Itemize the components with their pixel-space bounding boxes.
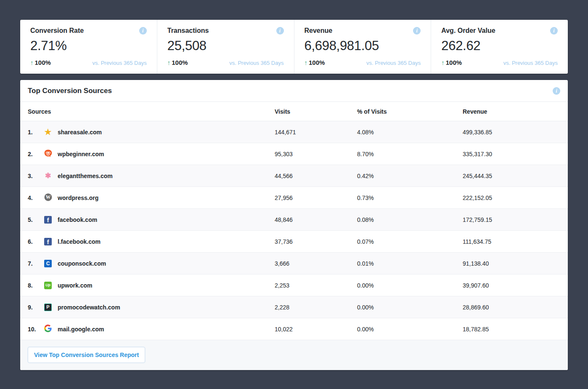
table-row: 8. Up upwork.com 2,253 0.00% 39,907.60 [20,274,568,296]
metric-card-conversion-rate: Conversion Rate i 2.71% ↑ 100% vs. Previ… [20,20,157,74]
pct-of-visits-value: 0.08% [357,216,463,223]
row-rank: 8. [28,282,44,289]
revenue-value: 28,869.60 [463,304,560,311]
visits-value: 37,736 [275,238,357,245]
table-footer: View Top Conversion Sources Report [20,340,568,370]
metric-label: Conversion Rate [30,27,84,35]
table-row: 10. mail.google.com 10,022 0.00% 18,782.… [20,318,568,340]
pct-of-visits-value: 0.73% [357,194,463,201]
table-row: 2. wpbeginner.com 95,303 8.70% 335,317.3… [20,143,568,165]
metric-value: 262.62 [441,38,558,53]
metric-change: 100% [446,59,462,66]
visits-value: 2,253 [275,282,357,289]
visits-value: 95,303 [275,151,357,157]
metric-label: Avg. Order Value [441,27,495,35]
table-header-row: Sources Visits % of Visits Revenue [20,102,568,121]
source-name: upwork.com [58,282,92,289]
table-row: 1. ★ shareasale.com 144,671 4.08% 499,33… [20,121,568,143]
visits-value: 144,671 [275,129,357,136]
info-icon[interactable]: i [139,27,147,35]
revenue-value: 39,907.60 [463,282,560,289]
source-name: mail.google.com [58,326,104,333]
asterisk-icon: ✱ [45,172,51,179]
column-header-pct-of-visits: % of Visits [357,108,463,115]
info-icon[interactable]: i [553,87,560,95]
row-rank: 6. [28,238,44,245]
wpbeginner-icon [44,149,52,158]
metric-card-transactions: Transactions i 25,508 ↑ 100% vs. Previou… [157,20,294,74]
view-report-button[interactable]: View Top Conversion Sources Report [28,347,145,363]
google-icon [44,325,52,333]
compare-label: vs. Previous 365 Days [229,60,283,66]
upwork-icon: Up [44,282,52,289]
pct-of-visits-value: 4.08% [357,129,463,136]
visits-value: 44,566 [275,173,357,179]
table-row: 6. f l.facebook.com 37,736 0.07% 111,634… [20,231,568,253]
metric-change: 100% [309,59,325,66]
facebook-icon: f [44,238,52,245]
column-header-revenue: Revenue [463,108,560,115]
pct-of-visits-value: 0.01% [357,260,463,267]
row-rank: 7. [28,260,44,267]
row-rank: 2. [28,151,44,157]
revenue-value: 18,782.85 [463,326,560,333]
promocodewatch-icon: P [44,304,52,311]
table-row: 7. C couponsock.com 3,666 0.01% 91,138.4… [20,253,568,274]
row-rank: 3. [28,173,44,179]
info-icon[interactable]: i [413,27,421,35]
source-name: facebook.com [58,216,97,223]
couponsock-icon: C [44,260,52,267]
compare-label: vs. Previous 365 Days [366,60,421,66]
up-arrow-icon: ↑ [30,59,34,66]
source-name: l.facebook.com [58,238,101,245]
metric-value: 6,698,981.05 [305,38,421,53]
row-rank: 10. [28,326,44,333]
source-name: couponsock.com [58,260,106,267]
metric-card-avg-order-value: Avg. Order Value i 262.62 ↑ 100% vs. Pre… [431,20,568,74]
revenue-value: 222,152.05 [463,194,560,201]
top-conversion-sources-panel: Top Conversion Sources i Sources Visits … [20,80,568,370]
panel-title: Top Conversion Sources [28,87,112,95]
metric-card-revenue: Revenue i 6,698,981.05 ↑ 100% vs. Previo… [294,20,432,74]
visits-value: 48,846 [275,216,357,223]
table-row: 5. f facebook.com 48,846 0.08% 172,759.1… [20,209,568,231]
metric-change: 100% [35,59,51,66]
row-rank: 4. [28,194,44,201]
table-row: 3. ✱ elegantthemes.com 44,566 0.42% 245,… [20,165,568,187]
table-row: 9. P promocodewatch.com 2,228 0.00% 28,8… [20,296,568,318]
source-name: shareasale.com [58,129,102,136]
metric-change: 100% [172,59,188,66]
dashboard: Conversion Rate i 2.71% ↑ 100% vs. Previ… [0,0,588,370]
pct-of-visits-value: 0.00% [357,282,463,289]
info-icon[interactable]: i [550,27,558,35]
table-rows: 1. ★ shareasale.com 144,671 4.08% 499,33… [20,121,568,340]
metric-value: 25,508 [167,38,284,53]
source-name: promocodewatch.com [58,304,120,311]
row-rank: 1. [28,129,44,136]
visits-value: 27,956 [275,194,357,201]
compare-label: vs. Previous 365 Days [503,60,558,66]
revenue-value: 499,336.85 [463,129,560,136]
source-name: wpbeginner.com [58,151,104,157]
revenue-value: 245,444.35 [463,173,560,179]
visits-value: 10,022 [275,326,357,333]
svg-text:W: W [45,194,50,200]
facebook-icon: f [44,216,52,224]
wordpress-icon: W [44,193,52,202]
source-name: elegantthemes.com [58,173,113,179]
pct-of-visits-value: 0.00% [357,326,463,333]
up-arrow-icon: ↑ [305,59,308,66]
metric-label: Revenue [305,27,333,35]
info-icon[interactable]: i [276,27,284,35]
up-arrow-icon: ↑ [441,59,445,66]
visits-value: 2,228 [275,304,357,311]
revenue-value: 111,634.75 [463,238,560,245]
row-rank: 5. [28,216,44,223]
revenue-value: 91,138.40 [463,260,560,267]
up-arrow-icon: ↑ [167,59,171,66]
metric-cards-strip: Conversion Rate i 2.71% ↑ 100% vs. Previ… [20,20,568,74]
pct-of-visits-value: 0.42% [357,173,463,179]
visits-value: 3,666 [275,260,357,267]
revenue-value: 335,317.30 [463,151,560,157]
source-name: wordpress.org [58,194,98,201]
